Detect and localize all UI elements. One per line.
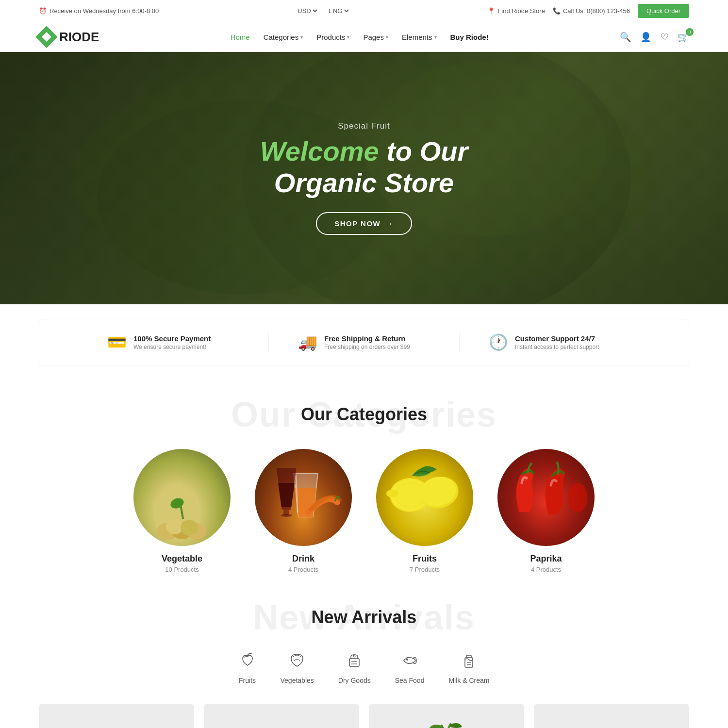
phone-icon: 📞	[553, 7, 561, 15]
svg-rect-21	[349, 659, 359, 666]
hero-welcome: Welcome	[260, 136, 379, 166]
hero-section: Special Fruit Welcome to Our Organic Sto…	[0, 52, 728, 304]
categories-header: Our Categories Our Categories	[39, 404, 689, 425]
drink-svg	[265, 449, 342, 531]
category-count-vegetable: 10 Products	[133, 566, 231, 573]
chevron-down-icon: ▾	[386, 34, 388, 40]
product-card-vegetables[interactable]	[204, 704, 359, 728]
filter-milk-cream[interactable]: Milk & Cream	[448, 652, 489, 684]
svg-point-9	[169, 497, 185, 510]
feature-secure-title: 100% Secure Payment	[133, 334, 211, 343]
category-circle-fruits	[376, 449, 473, 546]
products-grid	[39, 704, 689, 728]
filter-fruits[interactable]: Fruits	[239, 652, 256, 684]
filter-vegetables[interactable]: Vegetables	[281, 652, 314, 684]
category-drink[interactable]: Drink 4 Products	[255, 449, 352, 573]
product-card-blueberries[interactable]	[39, 704, 194, 728]
filter-vegetables-label: Vegetables	[281, 677, 314, 684]
cart-icon[interactable]: 🛒 0	[678, 32, 689, 43]
nav-products[interactable]: Products ▾	[316, 33, 349, 41]
locale-selectors[interactable]: USDEURGBP ENGFRADEU	[296, 7, 350, 15]
pin-icon: 📍	[487, 7, 495, 15]
chevron-down-icon: ▾	[347, 34, 349, 40]
filter-tabs: Fruits Vegetables	[39, 652, 689, 684]
new-arrivals-header: New Arrivals New Arrivals	[39, 607, 689, 628]
find-store[interactable]: 📍 Find Riode Store	[487, 7, 545, 15]
category-count-drink: 4 Products	[255, 566, 352, 573]
blueberries-svg	[78, 718, 155, 728]
dry-goods-filter-icon	[346, 652, 363, 673]
nav-pages[interactable]: Pages ▾	[363, 33, 388, 41]
sea-food-filter-icon	[401, 652, 418, 673]
clock-icon: ⏰	[39, 7, 47, 15]
product-img-lettuce	[534, 704, 689, 728]
feature-support-title: Customer Support 24/7	[515, 334, 599, 343]
hero-title-line2: Organic Store	[274, 167, 454, 198]
nav-home[interactable]: Home	[231, 33, 250, 41]
drink-image	[255, 449, 352, 546]
fruits-svg	[383, 449, 466, 527]
filter-dry-goods[interactable]: Dry Goods	[338, 652, 371, 684]
sea-food-icon-svg	[401, 652, 418, 669]
chevron-down-icon: ▾	[300, 34, 303, 40]
new-arrivals-section: New Arrivals New Arrivals Fruits	[0, 597, 728, 728]
category-circle-paprika	[497, 449, 595, 546]
product-card-lettuce[interactable]	[534, 704, 689, 728]
shipping-icon: 🚚	[298, 333, 317, 351]
filter-sea-food[interactable]: Sea Food	[395, 652, 425, 684]
top-bar: ⏰ Receive on Wednesday from 6:00-8:00 US…	[0, 0, 728, 22]
category-paprika[interactable]: Paprika 4 Products	[497, 449, 595, 573]
categories-title: Our Categories	[39, 404, 689, 425]
filter-sea-food-label: Sea Food	[395, 677, 425, 684]
chevron-down-icon: ▾	[434, 34, 437, 40]
logo-diamond-icon	[35, 26, 57, 48]
feature-support-text: Customer Support 24/7 Instant access to …	[515, 334, 599, 350]
category-name-drink: Drink	[255, 554, 352, 564]
category-circle-vegetable	[133, 449, 231, 546]
hero-content: Special Fruit Welcome to Our Organic Sto…	[260, 121, 468, 235]
language-select[interactable]: ENGFRADEU	[327, 7, 350, 15]
delivery-text: Receive on Wednesday from 6:00-8:00	[50, 7, 159, 15]
svg-point-24	[353, 655, 355, 657]
vegetables-svg	[243, 718, 320, 728]
feature-shipping-desc: Free shipping on orders over $99	[324, 344, 410, 350]
new-arrivals-title: New Arrivals	[39, 607, 689, 628]
filter-fruits-label: Fruits	[239, 677, 256, 684]
category-fruits[interactable]: Fruits 7 Products	[376, 449, 473, 573]
feature-shipping-text: Free Shipping & Return Free shipping on …	[324, 334, 410, 350]
nav-categories[interactable]: Categories ▾	[264, 33, 303, 41]
currency-select[interactable]: USDEURGBP	[296, 7, 319, 15]
nav-links: Home Categories ▾ Products ▾ Pages ▾ Ele…	[231, 33, 489, 41]
svg-point-12	[281, 514, 292, 517]
shop-now-button[interactable]: SHOP NOW →	[316, 212, 412, 235]
milk-cream-filter-icon	[460, 652, 478, 673]
category-count-paprika: 4 Products	[497, 566, 595, 573]
product-card-onion[interactable]	[369, 704, 524, 728]
logo[interactable]: RIODE	[39, 29, 99, 45]
nav-buy-riode[interactable]: Buy Riode!	[450, 33, 489, 41]
nav-icons: 🔍 👤 ♡ 🛒 0	[620, 32, 689, 43]
categories-grid: Vegetable 10 Products	[39, 449, 689, 573]
product-img-blueberries	[39, 704, 194, 728]
fruits-image	[376, 449, 473, 546]
user-icon[interactable]: 👤	[640, 32, 652, 43]
quick-order-button[interactable]: Quick Order	[638, 4, 689, 18]
product-img-vegetables	[204, 704, 359, 728]
support-icon: 🕐	[489, 333, 508, 351]
hero-title-rest: to Our	[379, 136, 468, 166]
paprika-image	[497, 449, 595, 546]
svg-point-20	[568, 483, 587, 512]
navbar: RIODE Home Categories ▾ Products ▾ Pages…	[0, 22, 728, 52]
search-icon[interactable]: 🔍	[620, 32, 631, 43]
top-bar-right: 📍 Find Riode Store 📞 Call Us: 0(800) 123…	[487, 4, 689, 18]
category-vegetable[interactable]: Vegetable 10 Products	[133, 449, 231, 573]
filter-milk-cream-label: Milk & Cream	[448, 677, 489, 684]
milk-cream-icon-svg	[460, 652, 478, 669]
category-circle-drink	[255, 449, 352, 546]
shop-now-label: SHOP NOW	[334, 219, 381, 228]
vegetables-filter-icon	[288, 652, 306, 673]
call-us[interactable]: 📞 Call Us: 0(800) 123-456	[553, 7, 630, 15]
feature-secure-payment: 💳 100% Secure Payment We ensure secure p…	[78, 333, 269, 351]
wishlist-icon[interactable]: ♡	[661, 32, 669, 43]
nav-elements[interactable]: Elements ▾	[402, 33, 437, 41]
